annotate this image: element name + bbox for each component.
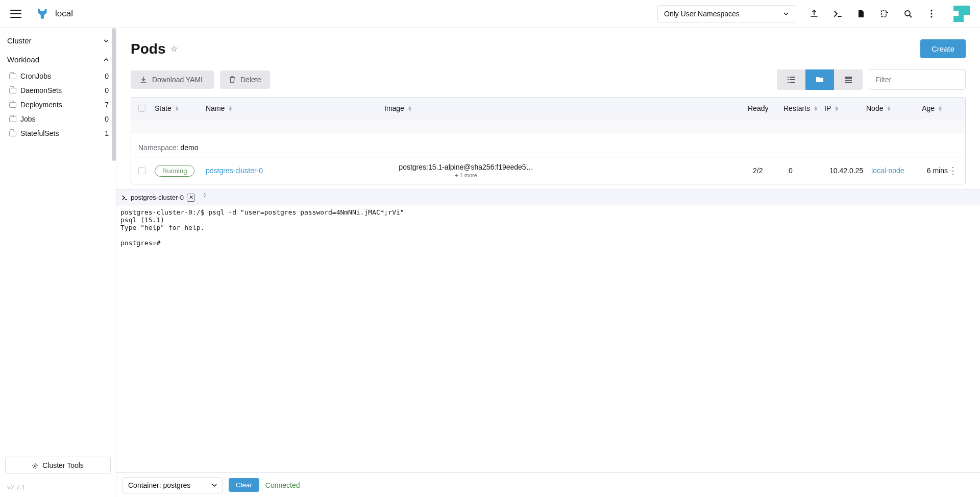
rancher-logo-icon bbox=[36, 7, 49, 20]
view-grouped-button[interactable] bbox=[834, 69, 863, 90]
sidebar-item-cronjobs[interactable]: CronJobs 0 bbox=[0, 69, 116, 83]
version-label: v2.7.1 bbox=[0, 479, 116, 497]
gear-icon bbox=[32, 462, 38, 468]
svg-rect-1 bbox=[887, 12, 888, 13]
sidebar-item-label: CronJobs bbox=[20, 72, 51, 80]
cluster-name: local bbox=[55, 9, 73, 19]
ip-cell: 10.42.0.25 bbox=[829, 167, 871, 175]
main: Pods ☆ Create Download YAML Delete bbox=[116, 28, 980, 497]
search-icon[interactable] bbox=[903, 9, 913, 18]
namespace-selector[interactable]: Only User Namespaces bbox=[657, 5, 795, 22]
col-node[interactable]: Node▲▼ bbox=[866, 104, 907, 112]
download-icon bbox=[140, 76, 147, 83]
header-actions bbox=[810, 6, 970, 22]
sidebar-item-statefulsets[interactable]: StatefulSets 1 bbox=[0, 126, 116, 140]
close-tab-icon[interactable]: ✕ bbox=[187, 194, 195, 202]
age-cell: 6 mins bbox=[912, 167, 948, 175]
hamburger-menu-icon[interactable] bbox=[10, 10, 21, 18]
sidebar-item-daemonsets[interactable]: DaemonSets 0 bbox=[0, 83, 116, 98]
namespace-label: Namespace: bbox=[138, 144, 180, 152]
folder-icon bbox=[9, 131, 16, 136]
create-button[interactable]: Create bbox=[920, 39, 966, 58]
view-toggle bbox=[777, 69, 863, 90]
import-icon[interactable] bbox=[810, 9, 819, 18]
svg-point-5 bbox=[930, 16, 932, 17]
svg-rect-9 bbox=[845, 82, 852, 83]
col-ip[interactable]: IP▲▼ bbox=[824, 104, 866, 112]
table-header: State▲▼ Name▲▼ Image▲▼ Ready Restarts▲▼ … bbox=[131, 98, 965, 119]
terminal-footer: Container: postgres Clear Connected bbox=[116, 472, 980, 497]
sidebar-item-label: Jobs bbox=[20, 115, 36, 123]
terminal-tab[interactable]: postgres-cluster-0 ✕ bbox=[121, 194, 195, 202]
terminal-panel: postgres-cluster-0 ✕ ˄˅ postgres-cluster… bbox=[116, 190, 980, 497]
cluster-tools-label: Cluster Tools bbox=[42, 461, 84, 469]
avatar[interactable] bbox=[953, 6, 970, 22]
svg-point-4 bbox=[930, 13, 932, 14]
folder-icon bbox=[9, 74, 16, 79]
sort-icon: ▲▼ bbox=[886, 106, 891, 111]
sort-icon: ▲▼ bbox=[407, 106, 412, 111]
sidebar-item-label: DaemonSets bbox=[20, 86, 62, 94]
pods-table: State▲▼ Name▲▼ Image▲▼ Ready Restarts▲▼ … bbox=[131, 97, 966, 184]
terminal-tab-bar: postgres-cluster-0 ✕ ˄˅ bbox=[116, 190, 980, 205]
scrollbar[interactable] bbox=[112, 28, 116, 161]
namespace-selector-label: Only User Namespaces bbox=[664, 10, 740, 18]
filter-input[interactable] bbox=[869, 69, 966, 90]
folder-icon bbox=[9, 102, 16, 108]
view-namespace-button[interactable] bbox=[805, 69, 834, 90]
table-row: Running postgres-cluster-0 postgres:15.1… bbox=[131, 157, 965, 184]
file-icon[interactable] bbox=[856, 9, 866, 18]
container-selector-label: Container: postgres bbox=[128, 481, 190, 489]
folder-icon bbox=[9, 116, 16, 122]
sort-icon: ▲▼ bbox=[834, 106, 839, 111]
image-more[interactable]: + 1 more bbox=[455, 172, 477, 178]
sort-icon: ▲▼ bbox=[175, 106, 180, 111]
copy-config-icon[interactable] bbox=[880, 9, 889, 18]
col-image[interactable]: Image▲▼ bbox=[384, 104, 548, 112]
delete-label: Delete bbox=[240, 76, 261, 84]
chevron-down-icon bbox=[783, 11, 789, 16]
col-state[interactable]: State▲▼ bbox=[155, 104, 206, 112]
sidebar-item-label: StatefulSets bbox=[20, 129, 59, 137]
select-all-checkbox[interactable] bbox=[138, 105, 145, 112]
col-name[interactable]: Name▲▼ bbox=[206, 104, 384, 112]
svg-point-3 bbox=[930, 10, 932, 11]
clear-button[interactable]: Clear bbox=[229, 478, 259, 492]
node-link[interactable]: local-node bbox=[871, 167, 904, 175]
sidebar-item-jobs[interactable]: Jobs 0 bbox=[0, 112, 116, 126]
terminal-tab-label: postgres-cluster-0 bbox=[131, 194, 184, 201]
chevron-down-icon bbox=[212, 483, 217, 488]
cluster-tools-button[interactable]: Cluster Tools bbox=[5, 457, 111, 474]
image-text: postgres:15.1-alpine@sha256:f19eede5… bbox=[399, 163, 533, 171]
delete-button[interactable]: Delete bbox=[220, 70, 270, 89]
cluster-switcher[interactable]: local bbox=[36, 7, 73, 20]
svg-point-6 bbox=[34, 465, 36, 467]
sidebar-item-deployments[interactable]: Deployments 7 bbox=[0, 98, 116, 112]
col-ready[interactable]: Ready bbox=[748, 104, 783, 112]
state-badge: Running bbox=[155, 165, 194, 177]
restarts-cell: 0 bbox=[789, 167, 829, 175]
namespace-value: demo bbox=[180, 144, 198, 152]
row-kebab-menu-icon[interactable]: ⋮ bbox=[948, 165, 958, 176]
sidebar-group-workload[interactable]: Workload bbox=[0, 50, 116, 69]
sidebar: Cluster Workload CronJobs 0 DaemonSets 0… bbox=[0, 28, 116, 497]
view-flat-button[interactable] bbox=[777, 69, 805, 90]
sidebar-item-count: 7 bbox=[105, 101, 109, 109]
kebab-menu-icon[interactable] bbox=[927, 9, 936, 18]
svg-rect-8 bbox=[845, 80, 852, 81]
sidebar-item-count: 1 bbox=[105, 129, 109, 137]
sidebar-group-cluster[interactable]: Cluster bbox=[0, 31, 116, 50]
terminal-resize-icon[interactable]: ˄˅ bbox=[203, 195, 206, 200]
pod-name-link[interactable]: postgres-cluster-0 bbox=[206, 167, 263, 175]
col-restarts[interactable]: Restarts▲▼ bbox=[783, 104, 824, 112]
favorite-star-icon[interactable]: ☆ bbox=[170, 44, 178, 54]
row-checkbox[interactable] bbox=[138, 167, 145, 174]
download-yaml-button[interactable]: Download YAML bbox=[131, 70, 214, 89]
svg-rect-0 bbox=[881, 11, 886, 17]
terminal-output[interactable]: postgres-cluster-0:/$ psql -d "user=post… bbox=[116, 205, 980, 472]
sidebar-group-label: Cluster bbox=[7, 36, 32, 45]
col-age[interactable]: Age▲▼ bbox=[907, 104, 943, 112]
sidebar-item-count: 0 bbox=[105, 115, 109, 123]
shell-icon[interactable] bbox=[833, 9, 842, 18]
container-selector[interactable]: Container: postgres bbox=[122, 477, 223, 493]
